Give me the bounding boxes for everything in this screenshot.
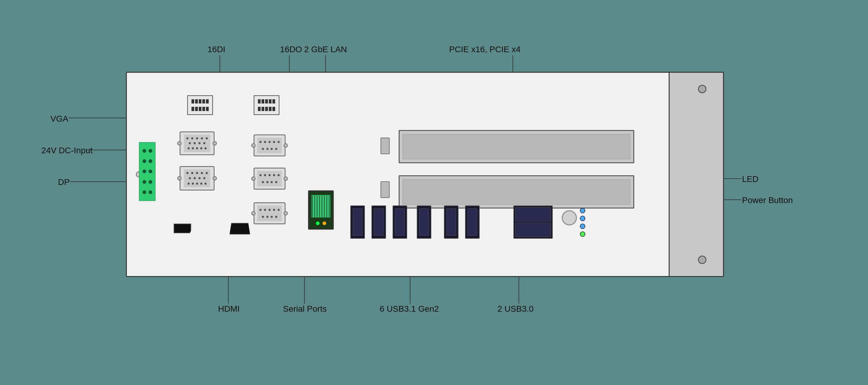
db15-lower bbox=[180, 166, 214, 190]
label-2gbe: 2 GbE LAN bbox=[304, 45, 347, 54]
lan-port bbox=[308, 190, 334, 230]
screw-top bbox=[698, 85, 706, 93]
hdmi-port bbox=[229, 223, 250, 235]
pcie-slot-x16 bbox=[399, 130, 634, 163]
usb31-port-1 bbox=[350, 206, 365, 239]
line-dc-input bbox=[87, 150, 126, 150]
di-connector bbox=[187, 95, 213, 115]
line-hdmi bbox=[228, 277, 229, 304]
label-16di: 16DI bbox=[208, 45, 225, 54]
chassis bbox=[126, 72, 724, 277]
usb31-port-3 bbox=[393, 206, 407, 239]
label-hdmi: HDMI bbox=[218, 304, 240, 314]
usb31-port-6 bbox=[465, 206, 479, 239]
line-serial bbox=[304, 277, 305, 304]
label-usb31: 6 USB3.1 Gen2 bbox=[380, 304, 439, 314]
db9-serial-2 bbox=[254, 168, 285, 189]
label-pcie: PCIE x16, PCIE x4 bbox=[449, 45, 521, 54]
db9-serial-1 bbox=[254, 135, 285, 156]
screw-bottom bbox=[698, 255, 706, 264]
db9-serial-3 bbox=[254, 203, 285, 224]
label-power-button: Power Button bbox=[742, 196, 793, 205]
line-usb30 bbox=[519, 277, 519, 304]
usb30-stacked bbox=[514, 206, 553, 239]
label-usb30: 2 USB3.0 bbox=[497, 304, 534, 314]
line-16do bbox=[289, 55, 290, 72]
label-serial-ports: Serial Ports bbox=[283, 304, 327, 314]
label-dp: DP bbox=[58, 177, 70, 187]
right-panel bbox=[669, 73, 723, 276]
line-usb31 bbox=[410, 277, 410, 304]
diagram-container: 16DI 16DO 2 GbE LAN PCIE x16, PCIE x4 VG… bbox=[41, 27, 827, 358]
line-vga bbox=[68, 118, 126, 118]
usb31-port-5 bbox=[444, 206, 459, 239]
label-16do: 16DO bbox=[280, 45, 302, 54]
vga-terminal bbox=[139, 142, 156, 201]
pcie-indicator-1 bbox=[380, 138, 390, 154]
line-2gbe bbox=[325, 55, 326, 72]
do-connector bbox=[254, 95, 279, 115]
pcie-slot-x4 bbox=[399, 175, 634, 209]
line-dp bbox=[70, 181, 126, 182]
usb31-port-2 bbox=[371, 206, 386, 239]
label-vga: VGA bbox=[51, 114, 68, 124]
led-group bbox=[580, 208, 585, 237]
usb31-port-4 bbox=[417, 206, 431, 239]
label-led: LED bbox=[742, 174, 758, 184]
power-button[interactable] bbox=[562, 210, 577, 225]
line-pcie bbox=[513, 55, 513, 72]
dp-port bbox=[174, 223, 191, 233]
pcie-indicator-2 bbox=[380, 181, 390, 198]
line-16di bbox=[220, 55, 220, 72]
label-dc-input: 24V DC-Input bbox=[41, 146, 93, 155]
db15-vga bbox=[180, 132, 214, 155]
